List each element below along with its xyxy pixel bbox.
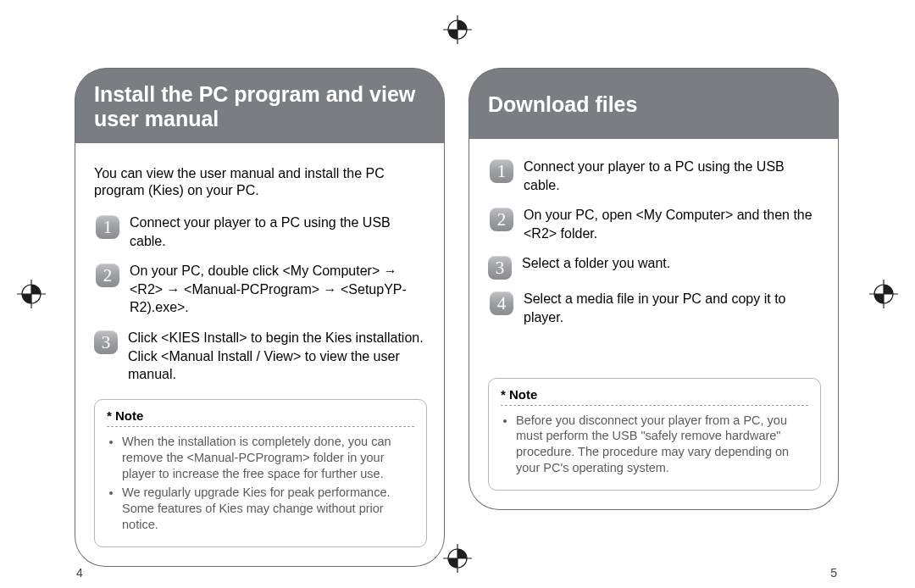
page-number-right: 5 [830, 566, 837, 580]
install-note-list: When the installation is completely done… [107, 434, 414, 533]
download-step-4-text: Select a media file in your PC and copy … [524, 290, 821, 326]
divider [107, 426, 414, 427]
registration-mark-left-icon [17, 280, 46, 308]
install-step-3: 3 Click <KIES Install> to begin the Kies… [94, 329, 427, 384]
download-step-4: 4 Select a media file in your PC and cop… [490, 290, 821, 326]
page-number-left: 4 [76, 566, 83, 580]
download-step-2: 2 On your PC, open <My Computer> and the… [490, 206, 821, 242]
step-number-icon: 1 [490, 159, 513, 183]
section-body-download: 1 Connect your player to a PC using the … [469, 139, 839, 510]
registration-mark-right-icon [869, 280, 898, 308]
step-number-icon: 1 [96, 215, 119, 239]
divider [501, 405, 808, 406]
step-number-icon: 2 [96, 263, 119, 287]
install-note-item: We regularly upgrade Kies for peak perfo… [122, 485, 414, 533]
page-right: Download files 1 Connect your player to … [469, 68, 839, 537]
install-note-box: * Note When the installation is complete… [94, 399, 427, 547]
page-spread: Install the PC program and view user man… [75, 68, 839, 537]
install-note-item: When the installation is completely done… [122, 434, 414, 482]
install-step-3-text: Click <KIES Install> to begin the Kies i… [128, 329, 427, 384]
install-step-2-text: On your PC, double click <My Computer> →… [130, 262, 427, 317]
step-number-icon: 4 [490, 291, 513, 315]
section-body-install: You can view the user manual and install… [75, 143, 445, 567]
registration-mark-top-icon [443, 15, 472, 44]
install-step-2: 2 On your PC, double click <My Computer>… [96, 262, 427, 317]
section-header-install-text: Install the PC program and view user man… [94, 82, 425, 131]
install-step-1-text: Connect your player to a PC using the US… [130, 214, 427, 250]
page-left: Install the PC program and view user man… [75, 68, 445, 537]
step-number-icon: 3 [488, 256, 512, 280]
download-step-1: 1 Connect your player to a PC using the … [490, 158, 821, 194]
download-step-3-text: Select a folder you want. [522, 254, 821, 278]
install-step-1: 1 Connect your player to a PC using the … [96, 214, 427, 250]
download-note-list: Before you disconnect your player from a… [501, 413, 808, 476]
download-note-box: * Note Before you disconnect your player… [488, 378, 821, 491]
step-number-icon: 2 [490, 208, 513, 231]
download-step-1-text: Connect your player to a PC using the US… [524, 158, 821, 194]
registration-mark-bottom-icon [443, 544, 472, 573]
download-step-2-text: On your PC, open <My Computer> and then … [524, 206, 821, 242]
step-number-icon: 3 [94, 330, 118, 354]
install-intro: You can view the user manual and install… [94, 165, 427, 201]
download-step-3: 3 Select a folder you want. [488, 254, 821, 278]
download-note-title: * Note [501, 387, 808, 402]
section-header-install: Install the PC program and view user man… [75, 68, 445, 143]
download-note-item: Before you disconnect your player from a… [516, 413, 808, 476]
section-header-download-text: Download files [488, 92, 637, 117]
install-note-title: * Note [107, 408, 414, 423]
section-header-download: Download files [469, 68, 839, 139]
